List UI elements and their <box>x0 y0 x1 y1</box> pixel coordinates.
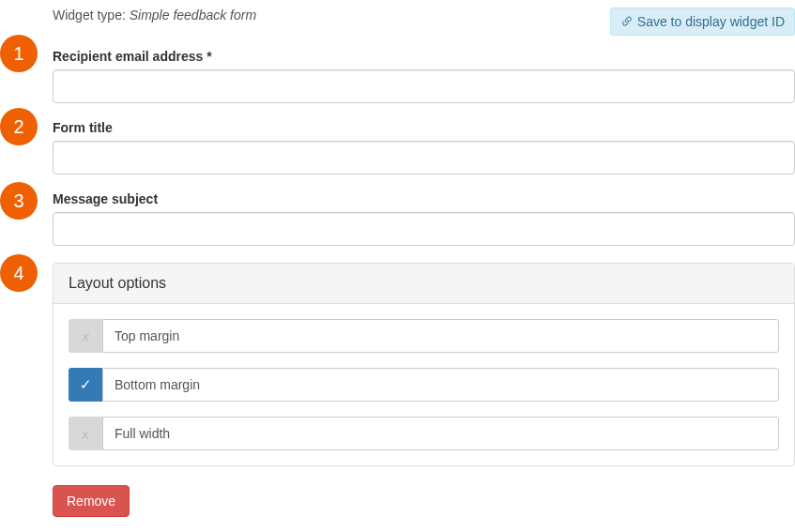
toggle-label-top-margin: Top margin <box>102 319 779 353</box>
form-title-label: Form title <box>53 120 795 135</box>
link-icon <box>620 15 634 28</box>
widget-type-value: Simple feedback form <box>130 8 256 23</box>
form-title-group: Form title <box>53 120 795 175</box>
widget-type-label: Widget type: <box>53 8 126 23</box>
step-badge-2: 2 <box>0 108 38 145</box>
step-badge-1: 1 <box>0 35 38 72</box>
cross-icon: x <box>82 426 89 442</box>
widget-type-text: Widget type: Simple feedback form <box>53 8 256 23</box>
save-widget-id-label: Save to display widget ID <box>637 14 785 29</box>
save-widget-id-button[interactable]: Save to display widget ID <box>610 8 795 36</box>
toggle-bottom-margin[interactable]: ✓ <box>69 368 102 402</box>
subject-group: Message subject <box>53 191 795 246</box>
subject-input[interactable] <box>53 212 795 246</box>
cross-icon: x <box>82 328 89 344</box>
step-badge-4: 4 <box>0 254 38 292</box>
layout-options-panel: Layout options x Top margin ✓ Bottom mar… <box>53 263 795 466</box>
toggle-label-bottom-margin: Bottom margin <box>102 368 779 402</box>
recipient-input[interactable] <box>53 69 795 103</box>
toggle-full-width[interactable]: x <box>69 417 102 450</box>
toggle-row-full-width: x Full width <box>69 417 779 450</box>
recipient-group: Recipient email address * <box>53 49 795 103</box>
toggle-label-full-width: Full width <box>102 417 779 450</box>
recipient-label: Recipient email address * <box>53 49 795 64</box>
layout-options-body: x Top margin ✓ Bottom margin x Full widt… <box>54 304 794 465</box>
widget-type-row: Widget type: Simple feedback form Save t… <box>53 8 795 36</box>
toggle-row-top-margin: x Top margin <box>69 319 779 353</box>
step-badge-3: 3 <box>0 182 38 220</box>
check-icon: ✓ <box>80 376 92 393</box>
toggle-row-bottom-margin: ✓ Bottom margin <box>69 368 779 402</box>
form-title-input[interactable] <box>53 141 795 175</box>
toggle-top-margin[interactable]: x <box>69 319 102 353</box>
remove-button[interactable]: Remove <box>53 485 130 517</box>
subject-label: Message subject <box>53 191 795 206</box>
layout-options-heading: Layout options <box>54 264 794 304</box>
